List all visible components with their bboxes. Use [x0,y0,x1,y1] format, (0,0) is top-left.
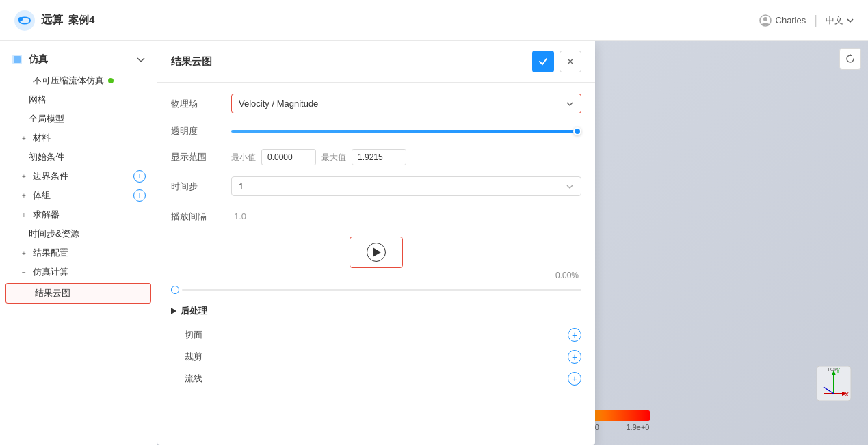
top-nav-right: Charles | 中文 [759,13,854,27]
main-layout: 仿真 − 不可压缩流体仿真 网格 全局模型 + 材料 初始条件 [0,41,868,445]
sidebar-item-boundary[interactable]: + 边界条件 + [0,167,157,186]
sidebar-item-label: 初始条件 [29,151,64,163]
timestep-value: 1 [239,181,244,191]
status-indicator [108,78,114,83]
transparency-slider[interactable] [231,124,581,138]
svg-point-3 [763,17,767,21]
sidebar-item-label: 结果云图 [35,287,70,299]
close-button[interactable]: ✕ [560,51,581,72]
nav-divider: | [814,13,817,27]
dialog-body: 物理场 Velocity / Magnitude 透明度 [157,83,595,401]
sidebar-title: 仿真 [29,53,48,66]
sidebar-item-body-group[interactable]: + 体组 + [0,186,157,205]
play-button[interactable] [350,237,403,268]
chevron-down-icon[interactable] [136,55,146,64]
result-cloud-dialog: 结果云图 ✕ 物理场 [157,41,595,445]
display-range-row: 显示范围 最小值 最大值 [171,149,581,165]
max-value-input[interactable] [352,149,406,165]
progress-track [182,289,581,291]
min-label: 最小值 [231,152,256,163]
add-clip-button[interactable]: + [568,350,581,364]
colorbar-label-5: 1.9e+0 [626,423,649,431]
progress-pct: 0.00% [555,271,579,280]
refresh-icon [845,53,856,64]
timestep-row: 时间步 1 [171,176,581,196]
sidebar-item-incompressible[interactable]: − 不可压缩流体仿真 [0,71,157,90]
min-value-input[interactable] [261,149,316,165]
transparency-row: 透明度 [171,124,581,138]
page-title: 案例4 [68,14,94,27]
collapse-icon: − [19,267,29,277]
sidebar-item-solver[interactable]: + 求解器 [0,205,157,224]
transparency-label: 透明度 [171,125,226,137]
sidebar-icon [11,53,23,66]
dialog-header: 结果云图 ✕ [157,41,595,83]
progress-slider-thumb[interactable] [171,286,179,294]
expand-icon: + [19,248,29,258]
sidebar-item-timestep[interactable]: 时间步&资源 [0,224,157,243]
chevron-down-icon [566,100,574,108]
sidebar-item-init-cond[interactable]: 初始条件 [0,148,157,167]
confirm-button[interactable] [532,51,554,72]
timestep-label: 时间步 [171,180,226,193]
svg-marker-23 [850,54,852,56]
play-triangle-icon [373,247,381,257]
add-cut-button[interactable]: + [568,328,581,342]
sidebar: 仿真 − 不可压缩流体仿真 网格 全局模型 + 材料 初始条件 [0,41,157,445]
lang-selector[interactable]: 中文 [826,14,854,27]
post-item-streamline: 流线 + [171,368,581,390]
sidebar-item-label: 网格 [29,94,47,106]
play-area [171,237,581,268]
progress-slider-row [171,286,581,294]
interval-row: 播放间隔 1.0 [171,207,581,226]
logo-text: 远算 [41,13,63,27]
user-area[interactable]: Charles [759,14,806,27]
progress-row: 0.00% [171,271,581,280]
svg-text:X: X [845,391,849,398]
range-inputs: 最小值 最大值 [231,149,581,165]
sidebar-item-label: 材料 [33,132,51,144]
add-streamline-button[interactable]: + [568,372,581,386]
sidebar-item-label: 边界条件 [33,170,68,183]
physics-value: Velocity / Magnitude [239,98,318,109]
sidebar-item-mesh[interactable]: 网格 [0,90,157,109]
svg-point-1 [18,17,23,21]
expand-icon: + [19,191,29,200]
interval-value: 1.0 [231,207,581,226]
add-body-button[interactable]: + [133,189,146,202]
streamline-label: 流线 [185,373,202,385]
svg-point-0 [14,10,35,31]
sidebar-item-label: 结果配置 [33,247,68,259]
physics-label: 物理场 [171,98,226,110]
sidebar-item-result-cloud[interactable]: 结果云图 [5,283,151,304]
add-boundary-button[interactable]: + [133,170,146,183]
refresh-button[interactable] [839,48,861,70]
top-nav: 远算 案例4 Charles | 中文 [0,0,868,41]
close-icon: ✕ [566,56,575,67]
interval-label: 播放间隔 [171,211,226,223]
sidebar-item-label: 全局模型 [29,113,64,125]
clip-label: 裁剪 [185,351,202,363]
lang-label: 中文 [826,14,843,27]
slider-track [231,130,581,133]
expand-icon: + [19,133,29,143]
slider-thumb [573,127,581,135]
dialog-title: 结果云图 [171,55,212,68]
section-expand-icon [171,308,176,314]
chevron-down-icon [566,183,574,191]
dialog-header-buttons: ✕ [532,51,581,72]
sidebar-item-label: 时间步&资源 [29,228,79,240]
timestep-selector[interactable]: 1 [231,176,581,196]
physics-selector[interactable]: Velocity / Magnitude [231,94,581,113]
expand-icon: + [19,172,29,181]
logo-icon [14,10,36,31]
sidebar-item-global-model[interactable]: 全局模型 [0,109,157,129]
expand-icon: + [19,210,29,219]
chevron-down-icon [846,16,854,25]
post-process-section-header: 后处理 [171,305,581,317]
sidebar-item-result-config[interactable]: + 结果配置 [0,243,157,262]
sidebar-item-sim-compute[interactable]: − 仿真计算 [0,262,157,282]
physics-field-row: 物理场 Velocity / Magnitude [171,94,581,113]
sidebar-item-material[interactable]: + 材料 [0,129,157,148]
display-range-label: 显示范围 [171,151,226,163]
